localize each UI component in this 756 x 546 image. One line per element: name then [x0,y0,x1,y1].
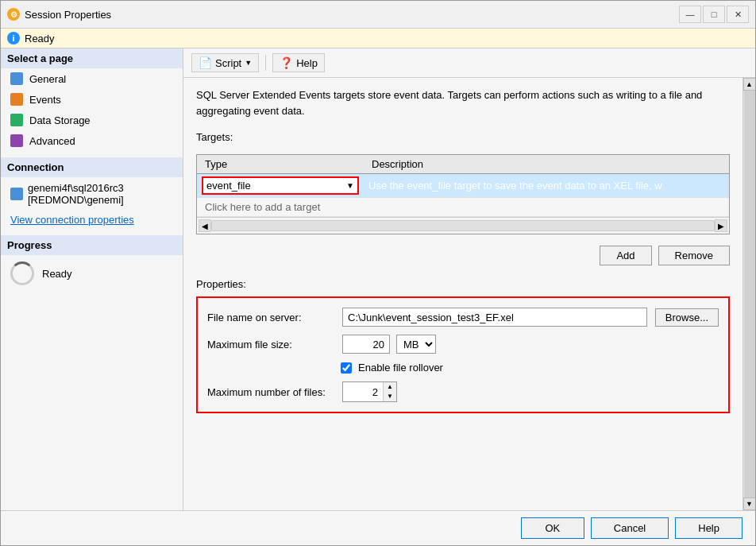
browse-button[interactable]: Browse... [655,308,719,327]
add-remove-row: Add Remove [196,246,730,265]
description-cell: Use the event_file target to save the ev… [364,174,729,198]
sidebar-item-label-events: Events [29,94,61,106]
sidebar-item-general[interactable]: General [1,68,183,89]
file-name-input[interactable] [342,308,647,327]
type-cell: event_file ▼ [197,174,364,198]
enable-rollover-row: Enable file rollover [207,362,719,374]
script-dropdown-arrow: ▼ [245,59,252,67]
status-bar: i Ready [1,29,755,48]
max-file-size-label: Maximum file size: [207,339,334,350]
view-connection-properties-link[interactable]: View connection properties [1,211,183,229]
select-page-header: Select a page [1,48,183,68]
dropdown-arrow-icon: ▼ [346,181,354,190]
general-icon [10,72,23,85]
connection-server: genemi4f\sql2016rc3 [28,182,124,194]
content-area: SQL Server Extended Events targets store… [183,78,742,510]
ok-button[interactable]: OK [521,517,584,539]
title-bar-controls: — □ ✕ [679,6,749,23]
toolbar: 📄 Script ▼ ❓ Help [183,48,755,78]
script-button[interactable]: 📄 Script ▼ [191,53,259,72]
file-name-label: File name on server: [207,312,334,323]
description-text: SQL Server Extended Events targets store… [196,87,730,118]
max-files-input[interactable] [343,382,383,401]
sidebar-item-label-advanced: Advanced [29,135,75,147]
script-icon: 📄 [199,56,212,69]
max-files-label: Maximum number of files: [207,386,334,398]
status-text: Ready [25,33,55,45]
add-target-placeholder[interactable]: Click here to add a target [197,198,729,217]
progress-header: Progress [1,235,183,255]
table-row[interactable]: event_file ▼ Use the event_file target t… [197,174,729,198]
remove-button[interactable]: Remove [658,246,730,265]
spinner-arrows: ▲ ▼ [383,382,396,401]
vertical-scrollbar: ▲ ▼ [742,78,755,510]
col-description: Description [364,155,729,174]
right-panel: 📄 Script ▼ ❓ Help SQL Server Extended Ev… [183,48,755,510]
spin-up-button[interactable]: ▲ [384,382,396,392]
progress-spinner [10,261,34,285]
sidebar-item-label-general: General [29,73,66,85]
add-target-row[interactable]: Click here to add a target [197,198,729,217]
col-type: Type [197,155,364,174]
help-dialog-button[interactable]: Help [675,517,742,539]
connection-user: [REDMOND\genemi] [28,194,124,206]
connection-icon [10,188,23,200]
advanced-icon [10,134,23,147]
type-dropdown[interactable]: event_file ▼ [202,176,359,195]
scroll-down-arrow[interactable]: ▼ [743,498,756,510]
footer-buttons: OK Cancel Help [1,510,755,545]
help-button[interactable]: ❓ Help [272,53,325,72]
enable-rollover-checkbox[interactable] [341,362,352,374]
file-name-row: File name on server: Browse... [207,308,719,327]
status-icon: i [7,32,20,45]
app-icon: ⚙ [7,8,20,21]
spin-down-button[interactable]: ▼ [384,392,396,401]
properties-label: Properties: [196,278,730,290]
targets-label: Targets: [196,131,730,143]
main-content: Select a page General Events Data Storag… [1,48,755,510]
scroll-right-arrow[interactable]: ▶ [715,219,727,232]
script-label: Script [215,57,241,69]
max-files-row: Maximum number of files: ▲ ▼ [207,381,719,402]
connection-header: Connection [1,157,183,177]
left-panel: Select a page General Events Data Storag… [1,48,183,510]
cancel-button[interactable]: Cancel [591,517,669,539]
maximize-button[interactable]: □ [703,6,725,23]
storage-icon [10,114,23,126]
content-scroll-wrapper: SQL Server Extended Events targets store… [183,78,755,510]
connection-details: genemi4f\sql2016rc3 [REDMOND\genemi] [28,182,124,206]
connection-info: genemi4f\sql2016rc3 [REDMOND\genemi] [1,177,183,211]
help-icon: ❓ [280,56,293,69]
sidebar-item-events[interactable]: Events [1,89,183,110]
max-files-spinner: ▲ ▼ [342,381,397,402]
events-icon [10,93,23,106]
max-file-size-row: Maximum file size: MB GB KB [207,335,719,354]
add-button[interactable]: Add [600,246,651,265]
scroll-up-arrow[interactable]: ▲ [743,78,756,91]
size-unit-select[interactable]: MB GB KB [396,335,436,354]
h-scroll-track[interactable] [211,220,715,231]
sidebar-item-label-storage: Data Storage [29,114,91,126]
sidebar-item-advanced[interactable]: Advanced [1,130,183,151]
minimize-button[interactable]: — [679,6,701,23]
size-input[interactable] [342,335,390,354]
v-scroll-track[interactable] [744,91,755,498]
help-label: Help [296,57,318,69]
size-row: MB GB KB [342,335,436,354]
close-button[interactable]: ✕ [727,6,749,23]
window-title: Session Properties [25,9,111,21]
sidebar-item-data-storage[interactable]: Data Storage [1,110,183,130]
toolbar-separator [265,55,266,71]
connection-section: Connection genemi4f\sql2016rc3 [REDMOND\… [1,157,183,229]
progress-content: Ready [1,255,183,292]
session-properties-window: ⚙ Session Properties — □ ✕ i Ready Selec… [0,0,756,546]
properties-section: Properties: File name on server: Browse.… [196,278,730,413]
scroll-left-arrow[interactable]: ◀ [199,219,211,232]
progress-status: Ready [42,268,72,280]
title-bar-left: ⚙ Session Properties [7,8,111,21]
progress-section: Progress Ready [1,235,183,292]
targets-table-container: Type Description event_file ▼ [196,154,730,234]
enable-rollover-label: Enable file rollover [358,362,443,374]
horizontal-scrollbar: ◀ ▶ [197,217,729,234]
properties-box: File name on server: Browse... Maximum f… [196,296,730,413]
